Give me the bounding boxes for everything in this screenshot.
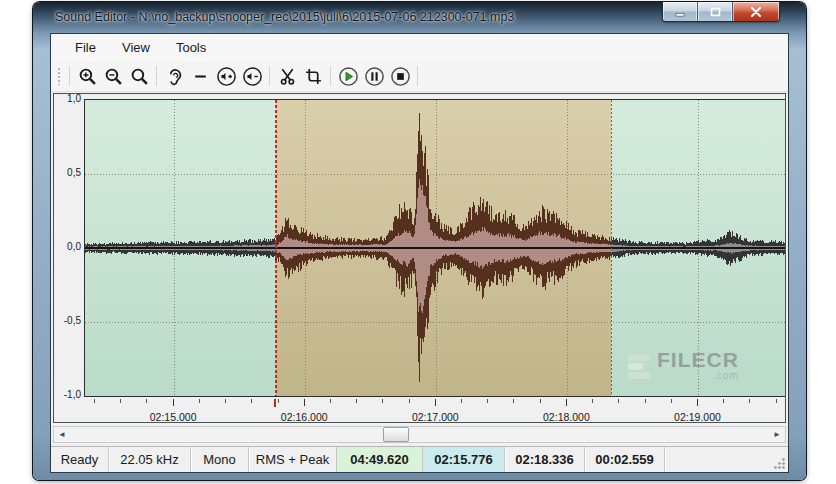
y-axis-label: 0,0 <box>54 241 81 252</box>
toolbar-grip[interactable] <box>57 67 62 85</box>
maximize-button[interactable] <box>698 2 733 22</box>
crop-button[interactable] <box>300 63 326 89</box>
channels: Mono <box>191 447 249 472</box>
x-axis-label: 02:17.000 <box>400 411 470 423</box>
crop-icon <box>304 67 323 86</box>
menu-tools[interactable]: Tools <box>165 36 217 59</box>
x-axis-label: 02:16.000 <box>269 411 339 423</box>
display-mode: RMS + Peak <box>249 447 337 472</box>
selection-end: 02:18.336 <box>505 447 585 472</box>
minimize-button[interactable] <box>663 2 698 22</box>
toolbar-separator <box>69 66 70 86</box>
window-controls <box>662 2 780 22</box>
x-axis-label: 02:15.000 <box>138 411 208 423</box>
toolbar-separator <box>156 66 157 86</box>
waveform-panel: 1,00,50,0-0,5-1,0 02:15.00 <box>53 93 786 423</box>
y-axis-label: 1,0 <box>54 93 81 104</box>
play-button[interactable] <box>335 63 361 89</box>
client-area: File View Tools <box>50 33 789 473</box>
watermark-sub: .com <box>657 370 739 381</box>
zoom-icon <box>130 67 149 86</box>
volume-up-icon <box>216 66 237 87</box>
window-title: Sound Editor - N:\no_backup\snooper_rec\… <box>55 10 514 24</box>
zoom-in-icon <box>78 67 97 86</box>
y-axis-label: -1,0 <box>54 389 81 400</box>
resize-grip-icon[interactable] <box>772 456 786 470</box>
stop-button[interactable] <box>387 63 413 89</box>
maximize-icon <box>710 7 721 17</box>
ear-icon <box>165 67 184 86</box>
volume-down-button[interactable] <box>239 63 265 89</box>
sample-rate: 22.05 kHz <box>109 447 191 472</box>
zoom-out-button[interactable] <box>100 63 126 89</box>
close-button[interactable] <box>733 2 779 22</box>
close-icon <box>750 7 762 17</box>
status-text: Ready <box>51 447 109 472</box>
menu-view[interactable]: View <box>111 36 161 59</box>
zoom-in-button[interactable] <box>74 63 100 89</box>
scroll-left-arrow[interactable]: ◄ <box>54 427 70 442</box>
menu-file[interactable]: File <box>64 36 107 59</box>
tool-bar <box>51 61 788 92</box>
watermark: FILECR .com <box>628 350 739 381</box>
x-axis-ticks <box>84 398 786 411</box>
app-window: Sound Editor - N:\no_backup\snooper_rec\… <box>33 2 806 480</box>
title-bar[interactable]: Sound Editor - N:\no_backup\snooper_rec\… <box>33 2 806 33</box>
cut-icon <box>278 67 297 86</box>
y-axis-label: 0,5 <box>54 167 81 178</box>
volume-up-button[interactable] <box>213 63 239 89</box>
status-bar: Ready22.05 kHzMonoRMS + Peak04:49.62002:… <box>51 446 788 472</box>
pause-button[interactable] <box>361 63 387 89</box>
x-axis-label: 02:18.000 <box>531 411 601 423</box>
menu-bar: File View Tools <box>51 34 788 61</box>
filecr-logo <box>628 350 650 379</box>
selection-length: 00:02.559 <box>585 447 665 472</box>
silence-button[interactable] <box>187 63 213 89</box>
total-duration: 04:49.620 <box>337 447 423 472</box>
cut-button[interactable] <box>274 63 300 89</box>
play-icon <box>338 66 359 87</box>
minus-icon <box>191 67 210 86</box>
stop-icon <box>390 66 411 87</box>
horizontal-scrollbar[interactable]: ◄ ► <box>53 426 786 443</box>
scroll-right-arrow[interactable]: ► <box>769 427 785 442</box>
zoom-fit-button[interactable] <box>126 63 152 89</box>
toolbar-separator <box>417 66 418 86</box>
toolbar-separator <box>269 66 270 86</box>
zoom-out-icon <box>104 67 123 86</box>
scrollbar-thumb[interactable] <box>383 427 409 442</box>
minimize-icon <box>675 8 685 17</box>
cursor-position: 02:15.776 <box>423 447 505 472</box>
listen-button[interactable] <box>161 63 187 89</box>
toolbar-separator <box>330 66 331 86</box>
pause-icon <box>364 66 385 87</box>
y-axis-label: -0,5 <box>54 315 81 326</box>
x-axis-label: 02:19.000 <box>662 411 732 423</box>
watermark-text: FILECR <box>657 350 739 370</box>
volume-down-icon <box>242 66 263 87</box>
